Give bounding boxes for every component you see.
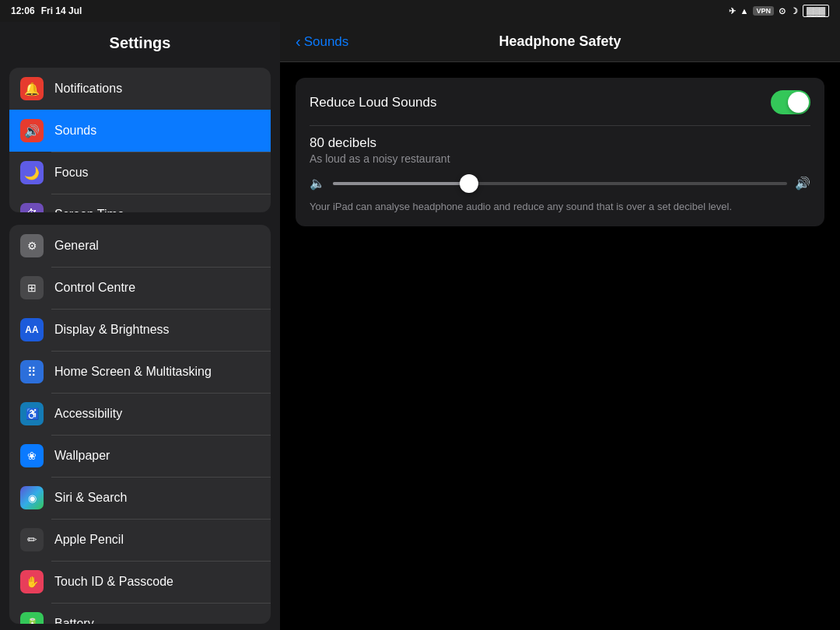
status-bar-left: 12:06 Fri 14 Jul xyxy=(11,5,82,16)
decibel-value: 80 decibels xyxy=(310,135,810,151)
main-layout: Settings 🔔 Notifications 🔊 Sounds 🌙 Focu… xyxy=(0,22,840,630)
sidebar-item-siri[interactable]: ◉ Siri & Search xyxy=(9,477,271,519)
homescreen-label: Home Screen & Multitasking xyxy=(54,365,212,379)
sidebar-item-screentime[interactable]: ⏱ Screen Time xyxy=(9,194,271,212)
screentime-label: Screen Time xyxy=(54,208,124,212)
moon-icon: ☽ xyxy=(790,6,798,16)
settings-group-2: ⚙ General ⊞ Control Centre AA Display & … xyxy=(9,225,271,624)
applepencil-icon: ✏ xyxy=(20,528,44,551)
sidebar-item-wallpaper[interactable]: ❀ Wallpaper xyxy=(9,435,271,477)
reduce-loud-sounds-row: Reduce Loud Sounds xyxy=(310,90,810,114)
reduce-loud-sounds-toggle[interactable] xyxy=(771,90,810,114)
back-button[interactable]: ‹ Sounds xyxy=(296,33,348,51)
toggle-knob xyxy=(788,92,809,113)
slider-fill xyxy=(333,182,469,185)
volume-high-icon: 🔊 xyxy=(795,176,810,191)
card-footer-text: Your iPad can analyse headphone audio an… xyxy=(310,200,810,214)
focus-label: Focus xyxy=(54,166,89,180)
sounds-label: Sounds xyxy=(54,124,96,138)
accessibility-label: Accessibility xyxy=(54,407,122,421)
content-title: Headphone Safety xyxy=(499,33,621,50)
homescreen-icon: ⠿ xyxy=(20,360,44,383)
focus-icon: 🌙 xyxy=(20,161,44,184)
decibel-desc: As loud as a noisy restaurant xyxy=(310,152,810,165)
vpn-badge: VPN xyxy=(753,6,774,16)
sounds-icon: 🔊 xyxy=(20,119,44,142)
wallpaper-label: Wallpaper xyxy=(54,449,110,463)
time: 12:06 xyxy=(11,5,35,16)
notifications-icon: 🔔 xyxy=(20,77,44,100)
back-chevron-icon: ‹ xyxy=(296,33,301,51)
controlcentre-icon: ⊞ xyxy=(20,276,44,299)
sidebar-item-battery[interactable]: 🔋 Battery xyxy=(9,603,271,624)
siri-icon: ◉ xyxy=(20,486,44,509)
battery-label: Battery xyxy=(54,617,94,624)
display-icon: AA xyxy=(20,318,44,341)
volume-slider-row: 🔈 🔊 xyxy=(310,176,810,191)
sidebar-item-focus[interactable]: 🌙 Focus xyxy=(9,152,271,194)
reduce-loud-sounds-label: Reduce Loud Sounds xyxy=(310,95,437,110)
slider-thumb[interactable] xyxy=(460,174,478,193)
wifi-icon: ▲ xyxy=(740,6,749,16)
sidebar-item-notifications[interactable]: 🔔 Notifications xyxy=(9,68,271,110)
display-label: Display & Brightness xyxy=(54,323,170,337)
airplane-icon: ✈ xyxy=(729,6,736,16)
status-bar-right: ✈ ▲ VPN ⊙ ☽ ▓▓▓ xyxy=(729,5,829,17)
date: Fri 14 Jul xyxy=(41,5,82,16)
back-label: Sounds xyxy=(304,34,349,50)
status-bar: 12:06 Fri 14 Jul ✈ ▲ VPN ⊙ ☽ ▓▓▓ xyxy=(0,0,840,22)
settings-group-1: 🔔 Notifications 🔊 Sounds 🌙 Focus ⏱ Scree… xyxy=(9,68,271,212)
sidebar-item-touchid[interactable]: ✋ Touch ID & Passcode xyxy=(9,561,271,603)
screentime-icon: ⏱ xyxy=(20,203,44,212)
battery-icon: ▓▓▓ xyxy=(803,5,829,17)
sidebar-item-accessibility[interactable]: ♿ Accessibility xyxy=(9,393,271,435)
sidebar-item-sounds[interactable]: 🔊 Sounds xyxy=(9,110,271,152)
screentime-icon: ⊙ xyxy=(779,6,786,16)
sidebar: Settings 🔔 Notifications 🔊 Sounds 🌙 Focu… xyxy=(0,22,280,630)
volume-slider-track[interactable] xyxy=(333,182,787,185)
notifications-label: Notifications xyxy=(54,82,122,96)
general-label: General xyxy=(54,239,99,253)
battery-icon: 🔋 xyxy=(20,612,44,624)
sidebar-item-homescreen[interactable]: ⠿ Home Screen & Multitasking xyxy=(9,351,271,393)
applepencil-label: Apple Pencil xyxy=(54,533,124,547)
headphone-safety-card: Reduce Loud Sounds 80 decibels As loud a… xyxy=(296,78,824,226)
volume-low-icon: 🔈 xyxy=(310,176,325,191)
content-body: Reduce Loud Sounds 80 decibels As loud a… xyxy=(280,62,840,630)
siri-label: Siri & Search xyxy=(54,491,127,505)
sidebar-item-display[interactable]: AA Display & Brightness xyxy=(9,309,271,351)
sidebar-item-controlcentre[interactable]: ⊞ Control Centre xyxy=(9,267,271,309)
controlcentre-label: Control Centre xyxy=(54,281,135,295)
decibel-section: 80 decibels As loud as a noisy restauran… xyxy=(310,125,810,191)
content-area: ‹ Sounds Headphone Safety Reduce Loud So… xyxy=(280,22,840,630)
wallpaper-icon: ❀ xyxy=(20,444,44,467)
sidebar-title: Settings xyxy=(0,22,280,61)
accessibility-icon: ♿ xyxy=(20,402,44,425)
content-header: ‹ Sounds Headphone Safety xyxy=(280,22,840,62)
sidebar-item-general[interactable]: ⚙ General xyxy=(9,225,271,267)
content-header-wrapper: ‹ Sounds Headphone Safety xyxy=(296,33,824,51)
general-icon: ⚙ xyxy=(20,234,44,257)
touchid-icon: ✋ xyxy=(20,570,44,593)
touchid-label: Touch ID & Passcode xyxy=(54,575,173,589)
sidebar-item-applepencil[interactable]: ✏ Apple Pencil xyxy=(9,519,271,561)
